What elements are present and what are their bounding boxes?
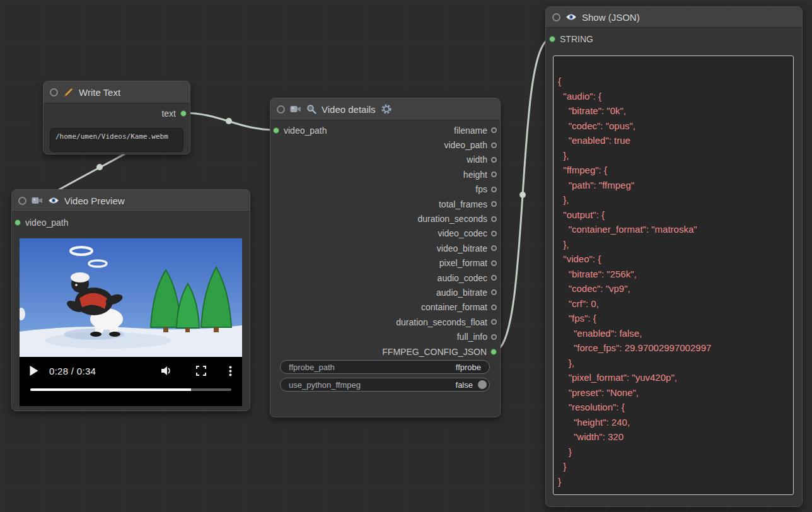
volume-icon[interactable]: [161, 366, 173, 376]
magnifier-icon: [306, 104, 316, 114]
input-port-video-path[interactable]: video_path: [14, 215, 69, 230]
output-port-filename[interactable]: filename: [270, 123, 500, 137]
seek-bar[interactable]: [30, 388, 231, 391]
output-port-container-format[interactable]: container_format: [270, 300, 500, 315]
output-port-height[interactable]: height: [270, 167, 500, 182]
output-port-audio-bitrate[interactable]: audio_bitrate: [270, 285, 500, 300]
output-dot[interactable]: [491, 245, 497, 251]
input-dot-string[interactable]: [549, 36, 555, 42]
output-dot[interactable]: [491, 201, 497, 207]
output-port-duration-seconds-float[interactable]: duration_seconds_float: [270, 315, 500, 329]
node-title: Write Text: [79, 87, 120, 98]
output-port-width[interactable]: width: [270, 153, 500, 167]
eye-icon: [48, 197, 59, 204]
text-input-widget[interactable]: /home/umen/Videos/Kame.webm: [50, 128, 183, 152]
collapse-toggle[interactable]: [18, 197, 26, 205]
output-port-text[interactable]: text: [161, 106, 187, 121]
port-label: STRING: [560, 34, 593, 44]
more-options-icon[interactable]: [229, 366, 232, 376]
fullscreen-icon[interactable]: [196, 366, 206, 376]
output-port-video-codec[interactable]: video_codec: [270, 226, 500, 241]
node-video-details[interactable]: Video details video_path filename video_…: [270, 98, 501, 417]
node-title: Video Preview: [64, 195, 125, 206]
node-video-preview[interactable]: Video Preview video_path: [11, 189, 250, 411]
node-title: Video details: [322, 104, 376, 115]
input-dot-video-path[interactable]: [14, 219, 21, 226]
output-dot[interactable]: [491, 187, 497, 192]
output-dot[interactable]: [491, 305, 497, 310]
input-port-string[interactable]: STRING: [549, 32, 593, 47]
use-python-ffmpeg-toggle[interactable]: use_python_ffmpeg false: [280, 378, 490, 392]
link-midpoint-dot: [96, 164, 103, 170]
video-controls: 0:28 / 0:34: [20, 357, 242, 406]
output-port-video-bitrate[interactable]: video_bitrate: [270, 241, 500, 255]
seek-bar-fill: [30, 388, 191, 391]
node-header: Write Text: [44, 81, 190, 103]
output-port-audio-codec[interactable]: audio_codec: [270, 271, 500, 285]
output-port-video-path[interactable]: video_path: [270, 137, 500, 152]
pencil-icon: [63, 87, 74, 98]
videocam-icon: [290, 105, 301, 113]
eye-icon: [566, 13, 577, 21]
output-port-total-frames[interactable]: total_frames: [270, 197, 500, 211]
video-frame: [20, 238, 242, 357]
ffprobe-path-widget[interactable]: ffprobe_path ffprobe: [280, 360, 490, 374]
play-button[interactable]: [30, 366, 38, 376]
json-content: { "audio": { "bitrate": "0k", "codec": "…: [554, 56, 793, 494]
videocam-icon: [32, 196, 43, 205]
node-header: Show (JSON): [546, 7, 802, 28]
node-canvas[interactable]: Write Text text /home/umen/Videos/Kame.w…: [0, 0, 812, 512]
output-dot[interactable]: [491, 260, 497, 266]
output-dot[interactable]: [490, 349, 497, 355]
output-dot[interactable]: [491, 334, 497, 340]
output-dot[interactable]: [491, 157, 497, 163]
collapse-toggle[interactable]: [277, 105, 285, 113]
video-player[interactable]: 0:28 / 0:34: [20, 238, 242, 406]
output-dot[interactable]: [491, 216, 497, 222]
node-show-json[interactable]: Show (JSON) STRING { "audio": { "bitrate…: [545, 6, 803, 507]
output-dot[interactable]: [491, 172, 497, 177]
output-port-pixel-format[interactable]: pixel_format: [270, 256, 500, 271]
output-dot[interactable]: [491, 319, 497, 325]
time-display: 0:28 / 0:34: [49, 366, 96, 376]
output-port-ffmpeg-config-json[interactable]: FFMPEG_CONFIG_JSON: [270, 344, 500, 359]
output-dot-text[interactable]: [180, 110, 187, 117]
output-dot[interactable]: [491, 231, 497, 236]
output-list: filename video_path width height fps tot…: [270, 123, 500, 359]
output-port-fps[interactable]: fps: [270, 182, 500, 197]
node-header: Video details: [270, 98, 500, 120]
collapse-toggle[interactable]: [552, 13, 560, 21]
node-header: Video Preview: [12, 190, 250, 212]
gear-icon: [381, 103, 392, 115]
node-write-text[interactable]: Write Text text /home/umen/Videos/Kame.w…: [43, 81, 190, 154]
link-midpoint-dot: [226, 118, 232, 124]
port-label: text: [161, 108, 176, 119]
collapse-toggle[interactable]: [50, 88, 58, 96]
json-output-textarea[interactable]: { "audio": { "bitrate": "0k", "codec": "…: [553, 55, 794, 495]
output-dot[interactable]: [491, 289, 497, 295]
node-title: Show (JSON): [582, 12, 640, 23]
output-port-full-info[interactable]: full_info: [270, 329, 500, 344]
output-dot[interactable]: [491, 143, 497, 148]
port-label: video_path: [25, 218, 69, 228]
video-still-cartoon: [20, 238, 242, 357]
output-dot[interactable]: [491, 275, 497, 281]
toggle-knob[interactable]: [478, 380, 487, 389]
link-midpoint-dot: [519, 192, 526, 198]
output-dot[interactable]: [491, 127, 497, 133]
output-port-duration-seconds[interactable]: duration_seconds: [270, 211, 500, 226]
